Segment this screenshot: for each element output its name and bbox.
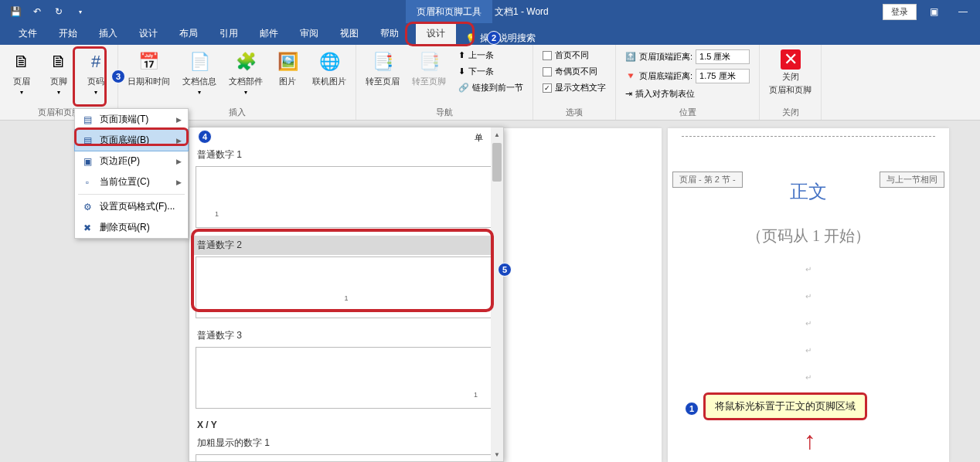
align-tab-icon: ⇥: [625, 89, 632, 99]
context-tab-label: 页眉和页脚工具: [406, 0, 492, 23]
chevron-right-icon: ▶: [176, 178, 182, 186]
quickparts-icon: 🧩: [233, 49, 258, 74]
tab-design[interactable]: 设计: [128, 22, 168, 45]
docinfo-icon: 📄: [187, 49, 212, 74]
docinfo-label: 文档信息: [182, 76, 216, 87]
checkbox-icon: [543, 51, 552, 60]
step-1-badge: 1: [685, 402, 699, 416]
next-label: 下一条: [468, 66, 494, 77]
ribbon-display-icon[interactable]: ▣: [921, 2, 946, 21]
dropdown-page-margins[interactable]: ▣ 页边距(P) ▶: [75, 151, 188, 172]
odd-even-label: 奇偶页不同: [555, 66, 597, 77]
dropdown-bottom-of-page[interactable]: ▤ 页面底端(B) ▶: [74, 129, 189, 151]
page-margin-icon: ▣: [81, 155, 94, 168]
dropdown-separator: [78, 194, 185, 195]
close-hf-label: 页眉和页脚: [769, 84, 812, 96]
docinfo-button[interactable]: 📄 文档信息 ▾: [179, 48, 219, 97]
header-top-input[interactable]: 1.5 厘米: [696, 49, 750, 64]
login-button[interactable]: 登录: [883, 4, 917, 20]
dropdown-remove-page-numbers[interactable]: ✖ 删除页码(R): [75, 217, 188, 238]
paragraph-mark: ↵: [668, 328, 949, 355]
same-as-previous-tag: 与上一节相同: [880, 172, 944, 188]
remove-icon: ✖: [81, 222, 94, 234]
picture-icon: 🖼️: [275, 49, 300, 74]
page2-subtitle: （页码从 1 开始）: [668, 204, 949, 246]
header-top-row: 🔝页眉顶端距离:1.5 厘米: [622, 48, 753, 66]
dropdown-top-label: 页面顶端(T): [100, 113, 148, 126]
footer-bottom-row: 🔻页眉底端距离:1.75 厘米: [622, 67, 753, 85]
tab-view[interactable]: 视图: [329, 22, 369, 45]
odd-even-diff-checkbox[interactable]: 奇偶页不同: [539, 64, 609, 79]
scroll-thumb[interactable]: [492, 143, 502, 182]
tab-help[interactable]: 帮助: [369, 22, 410, 45]
header-top-label: 页眉顶端距离:: [639, 51, 692, 63]
scroll-down-icon[interactable]: ▼: [492, 449, 502, 460]
gallery-scrollbar[interactable]: ▲ ▼: [491, 127, 503, 461]
page-number-dropdown: ▤ 页面顶端(T) ▶ ▤ 页面底端(B) ▶ ▣ 页边距(P) ▶ ▫ 当前位…: [74, 108, 189, 239]
prev-label: 上一条: [468, 49, 494, 61]
footer-distance-icon: 🔻: [625, 71, 636, 81]
close-hf-button[interactable]: ✕ 关闭 页眉和页脚: [766, 48, 815, 97]
step-3-badge: 3: [111, 70, 125, 83]
tab-layout[interactable]: 布局: [168, 22, 209, 45]
first-diff-label: 首页不同: [555, 49, 589, 61]
group-close: ✕ 关闭 页眉和页脚 关闭: [760, 45, 822, 120]
dropdown-format-page-numbers[interactable]: ⚙ 设置页码格式(F)...: [75, 196, 188, 217]
picture-button[interactable]: 🖼️ 图片: [272, 48, 303, 89]
footer-button[interactable]: 🗎 页脚 ▾: [43, 48, 74, 97]
dropdown-top-of-page[interactable]: ▤ 页面顶端(T) ▶: [75, 109, 188, 130]
minimize-icon[interactable]: —: [951, 2, 975, 21]
undo-icon[interactable]: ↶: [28, 2, 46, 21]
group-navigation: 📑 转至页眉 📑 转至页脚 ⬆上一条 ⬇下一条 🔗链接到前一节 导航: [356, 45, 533, 120]
instruction-callout: 将鼠标光标置于正文的页脚区域: [703, 392, 867, 420]
tab-mail[interactable]: 邮件: [249, 22, 289, 45]
tab-insert[interactable]: 插入: [88, 22, 128, 45]
dropdown-current-position[interactable]: ▫ 当前位置(C) ▶: [75, 172, 188, 192]
link-previous-button[interactable]: 🔗链接到前一节: [455, 80, 526, 95]
picture-label: 图片: [279, 76, 296, 87]
dropdown-current-label: 当前位置(C): [100, 175, 150, 189]
save-icon[interactable]: 💾: [6, 2, 25, 21]
prev-section-button[interactable]: ⬆上一条: [455, 48, 526, 63]
gallery-item-bold1[interactable]: [196, 454, 497, 461]
goto-footer-button[interactable]: 📑 转至页脚: [409, 48, 449, 89]
tab-review[interactable]: 审阅: [289, 22, 329, 45]
goto-header-button[interactable]: 📑 转至页眉: [362, 48, 403, 89]
footer-bottom-label: 页眉底端距离:: [639, 70, 692, 82]
tab-hf-design[interactable]: 设计: [416, 22, 456, 45]
goto-footer-label: 转至页脚: [412, 76, 446, 87]
lightbulb-icon: 💡: [465, 33, 477, 44]
align-tab-button[interactable]: ⇥插入对齐制表位: [622, 87, 753, 101]
gallery-item-plain1[interactable]: 1: [196, 166, 497, 228]
align-tab-label: 插入对齐制表位: [635, 88, 695, 100]
tab-file[interactable]: 文件: [8, 22, 48, 45]
header-button[interactable]: 🗎 页眉 ▾: [6, 48, 37, 97]
group-label-position: 位置: [622, 105, 753, 120]
page2-title: 正文: [668, 137, 949, 204]
gallery-item-plain3[interactable]: 1: [196, 347, 497, 409]
datetime-button[interactable]: 📅 日期和时间: [124, 48, 173, 89]
tab-home[interactable]: 开始: [48, 22, 88, 45]
online-picture-button[interactable]: 🌐 联机图片: [309, 48, 349, 89]
close-icon: ✕: [781, 49, 801, 70]
next-section-button[interactable]: ⬇下一条: [455, 64, 526, 79]
qat-dropdown-icon[interactable]: ▾: [71, 2, 90, 21]
show-doc-text-checkbox[interactable]: ✓显示文档文字: [539, 80, 609, 95]
dropdown-margin-label: 页边距(P): [100, 155, 140, 168]
footer-icon: 🗎: [46, 49, 71, 74]
tab-references[interactable]: 引用: [209, 22, 249, 45]
show-doc-label: 显示文档文字: [555, 82, 606, 93]
gallery-item-plain3-title: 普通数字 3: [192, 326, 500, 345]
goto-header-label: 转至页眉: [366, 76, 400, 87]
first-page-diff-checkbox[interactable]: 首页不同: [539, 48, 609, 63]
page-number-button[interactable]: # 页码 ▾: [80, 48, 111, 97]
redo-icon[interactable]: ↻: [49, 2, 68, 21]
chevron-right-icon: ▶: [176, 158, 182, 165]
title-right-controls: 登录 ▣ —: [883, 2, 975, 21]
online-picture-label: 联机图片: [312, 76, 346, 87]
quickparts-button[interactable]: 🧩 文档部件 ▾: [226, 48, 266, 97]
gallery-item-plain2[interactable]: 1: [196, 256, 497, 318]
gallery-scroll-area[interactable]: 单 普通数字 1 1 普通数字 2 1 普通数字 3 1 X / Y 加粗显示的…: [189, 127, 503, 461]
footer-bottom-input[interactable]: 1.75 厘米: [696, 69, 750, 83]
scroll-up-icon[interactable]: ▲: [492, 129, 502, 140]
